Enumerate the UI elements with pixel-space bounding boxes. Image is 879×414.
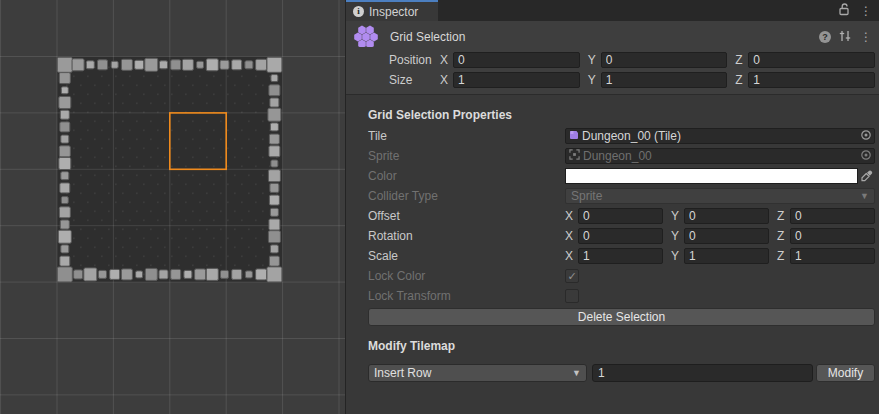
chevron-down-icon: ▼ (860, 191, 869, 201)
scene-view[interactable] (0, 0, 345, 414)
inspector-tab-bar: i Inspector ⋮ (346, 0, 879, 21)
axis-z-label: Z (777, 249, 790, 263)
scale-z-field[interactable] (790, 248, 875, 264)
lock-transform-checkbox (565, 289, 579, 303)
color-label: Color (368, 169, 565, 183)
rotation-row: Rotation X Y Z (368, 228, 875, 244)
sprite-row: Sprite Dungeon_00 (368, 148, 875, 164)
axis-y-label: Y (671, 249, 684, 263)
position-x-field[interactable] (453, 52, 580, 68)
size-z-field[interactable] (748, 72, 875, 88)
tile-row: Tile Dungeon_00 (Tile) (368, 128, 875, 144)
unlock-icon[interactable] (837, 2, 850, 19)
collider-type-row: Collider Type Sprite ▼ (368, 188, 875, 204)
position-row: Position X Y Z (346, 52, 875, 68)
tile-asset-icon (569, 129, 579, 143)
tile-object-field[interactable]: Dungeon_00 (Tile) (565, 128, 875, 144)
lock-transform-label: Lock Transform (368, 289, 565, 303)
rotation-x-field[interactable] (578, 228, 663, 244)
tab-inspector[interactable]: i Inspector (346, 0, 438, 21)
axis-x-label: X (565, 209, 578, 223)
axis-z-label: Z (735, 73, 748, 87)
collider-type-value: Sprite (571, 189, 602, 203)
offset-z-field[interactable] (790, 208, 875, 224)
rotation-z-field[interactable] (790, 228, 875, 244)
axis-x-label: X (440, 53, 453, 67)
grid-selection-properties-title: Grid Selection Properties (368, 108, 875, 124)
modify-tilemap-controls: Insert Row ▼ Modify (368, 364, 875, 382)
inspector-panel: i Inspector ⋮ (345, 0, 879, 414)
sprite-label: Sprite (368, 149, 565, 163)
size-row: Size X Y Z (346, 72, 875, 88)
tile-label: Tile (368, 129, 565, 143)
tile-value: Dungeon_00 (Tile) (582, 129, 860, 143)
modify-tilemap-title: Modify Tilemap (368, 339, 875, 355)
help-icon[interactable]: ? (819, 31, 831, 43)
grid-selection-icon (353, 25, 379, 50)
lock-color-label: Lock Color (368, 269, 565, 283)
axis-z-label: Z (777, 209, 790, 223)
scale-y-field[interactable] (684, 248, 769, 264)
modify-count-input[interactable] (592, 364, 813, 382)
size-x-field[interactable] (453, 72, 580, 88)
axis-y-label: Y (671, 209, 684, 223)
rotation-y-field[interactable] (684, 228, 769, 244)
modify-operation-dropdown[interactable]: Insert Row ▼ (368, 364, 587, 382)
collider-type-label: Collider Type (368, 189, 565, 203)
position-z-field[interactable] (748, 52, 875, 68)
sprite-object-field: Dungeon_00 (565, 148, 875, 164)
offset-x-field[interactable] (578, 208, 663, 224)
axis-x-label: X (440, 73, 453, 87)
axis-z-label: Z (735, 53, 748, 67)
lock-color-row: Lock Color ✓ (368, 268, 875, 284)
sprite-value: Dungeon_00 (583, 149, 860, 163)
scale-x-field[interactable] (578, 248, 663, 264)
tilemap-canvas[interactable] (0, 0, 345, 414)
delete-selection-button[interactable]: Delete Selection (368, 308, 875, 326)
presets-icon[interactable] (839, 30, 852, 45)
eyedropper-icon (858, 170, 875, 183)
sprite-asset-icon (569, 149, 580, 163)
color-swatch (565, 168, 858, 184)
axis-y-label: Y (588, 73, 601, 87)
axis-x-label: X (565, 229, 578, 243)
window-menu-icon[interactable]: ⋮ (860, 5, 872, 17)
axis-y-label: Y (588, 53, 601, 67)
scale-label: Scale (368, 249, 565, 263)
lock-color-checkbox: ✓ (565, 269, 579, 283)
offset-label: Offset (368, 209, 565, 223)
position-y-field[interactable] (601, 52, 728, 68)
offset-y-field[interactable] (684, 208, 769, 224)
axis-z-label: Z (777, 229, 790, 243)
axis-y-label: Y (671, 229, 684, 243)
chevron-down-icon: ▼ (572, 368, 581, 378)
info-icon: i (353, 6, 364, 17)
size-label: Size (389, 73, 440, 87)
rotation-label: Rotation (368, 229, 565, 243)
component-menu-icon[interactable]: ⋮ (860, 31, 872, 43)
size-y-field[interactable] (601, 72, 728, 88)
modify-button[interactable]: Modify (816, 364, 875, 382)
grid-selection-header: Grid Selection ? ⋮ Position X Y (346, 21, 879, 95)
axis-x-label: X (565, 249, 578, 263)
modify-operation-value: Insert Row (374, 366, 431, 380)
lock-transform-row: Lock Transform (368, 288, 875, 304)
collider-type-dropdown: Sprite ▼ (565, 188, 875, 204)
component-title: Grid Selection (390, 30, 465, 44)
color-row: Color (368, 168, 875, 184)
object-picker-icon (860, 149, 872, 164)
position-label: Position (389, 53, 440, 67)
tab-label: Inspector (369, 5, 418, 19)
offset-row: Offset X Y Z (368, 208, 875, 224)
object-picker-icon[interactable] (860, 129, 872, 144)
scale-row: Scale X Y Z (368, 248, 875, 264)
